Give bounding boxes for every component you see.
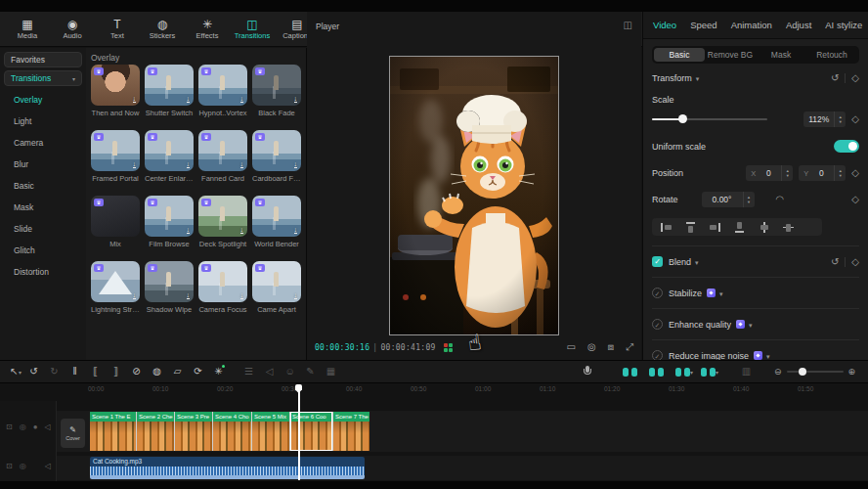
zoom-slider[interactable]	[787, 371, 844, 373]
subtab-mask[interactable]: Mask	[756, 48, 806, 62]
sidebar-item-light[interactable]: Light	[14, 116, 31, 126]
transition-thumbnail[interactable]	[198, 130, 247, 171]
clip-scene-4[interactable]: Scene 4 Cho	[213, 412, 251, 451]
snap-toggle-icon[interactable]	[675, 368, 690, 377]
blend-label[interactable]: Blend	[669, 257, 699, 267]
clip-scene-2[interactable]: Scene 2 Che	[137, 412, 174, 451]
rotate-stepper[interactable]	[743, 192, 755, 207]
track-droplet-icon[interactable]: ◎	[20, 462, 26, 470]
clip-scene-1[interactable]: Scene 1 The E	[90, 412, 136, 451]
position-y-stepper[interactable]	[834, 165, 846, 181]
sidebar-item-camera[interactable]: Camera	[14, 138, 43, 148]
toolbar-item-effects[interactable]: ✳Effects	[186, 19, 229, 40]
transition-thumbnail[interactable]	[145, 261, 194, 302]
clip-scene-5[interactable]: Scene 5 Mix	[252, 412, 289, 451]
keyframe-icon[interactable]: ◇	[851, 73, 859, 83]
cover-button[interactable]: ✎ Cover	[61, 419, 85, 448]
trim-left-icon[interactable]: ⟦	[85, 366, 106, 378]
mask-tool-icon[interactable]: ◍	[147, 366, 167, 378]
tab-speed[interactable]: Speed	[690, 20, 716, 30]
toolbar-item-transitions[interactable]: ◫Transitions	[231, 19, 274, 40]
blend-checkbox[interactable]	[652, 256, 663, 267]
subtab-remove-bg[interactable]: Remove BG	[705, 48, 756, 62]
zoom-in-icon[interactable]: ⊕	[848, 367, 856, 377]
sidebar-item-basic[interactable]: Basic	[14, 181, 34, 191]
transition-thumbnail[interactable]	[91, 261, 140, 302]
scale-slider[interactable]	[652, 118, 767, 120]
rotate-value-box[interactable]: 0.00°	[702, 192, 755, 207]
align-left-icon[interactable]	[660, 221, 673, 234]
align-right-icon[interactable]	[709, 221, 721, 234]
film-tool-icon[interactable]: ▦	[321, 366, 341, 378]
reset-icon[interactable]: ↺	[831, 257, 839, 267]
toolbar-item-audio[interactable]: ◉Audio	[51, 19, 94, 40]
rotate-dial-icon[interactable]: ◠	[776, 195, 785, 204]
track-droplet-icon[interactable]: ◎	[20, 422, 26, 431]
transition-thumbnail[interactable]	[91, 196, 140, 237]
transition-thumbnail[interactable]	[145, 130, 194, 171]
clip-scene-3[interactable]: Scene 3 Pre	[175, 412, 212, 451]
position-x-stepper[interactable]	[781, 165, 793, 181]
track-mute-icon[interactable]: ◁	[45, 462, 51, 470]
stabilize-expand[interactable]	[716, 289, 723, 298]
scale-stepper[interactable]	[834, 111, 846, 127]
align-center-horizontal-icon[interactable]	[758, 221, 770, 234]
transition-thumbnail[interactable]	[252, 261, 301, 302]
playhead[interactable]	[294, 384, 303, 480]
sidebar-item-mask[interactable]: Mask	[14, 202, 33, 212]
tab-video[interactable]: Video	[653, 20, 676, 30]
keyframe-icon[interactable]: ◇	[851, 168, 859, 178]
sidebar-item-overlay[interactable]: Overlay	[14, 95, 42, 105]
sidebar-item-slide[interactable]: Slide	[14, 224, 32, 234]
focus-icon[interactable]: ◎	[587, 341, 596, 353]
levels-icon[interactable]: ☰	[239, 366, 259, 378]
draw-tool-icon[interactable]: ✎	[300, 366, 321, 378]
reduce-noise-expand[interactable]	[762, 351, 770, 361]
fullscreen-icon[interactable]: ⤢	[626, 341, 633, 353]
keyframe-icon[interactable]: ◇	[851, 114, 859, 124]
track-mute-icon[interactable]: ◁	[45, 422, 51, 431]
snap-caret-icon[interactable]: ▾	[690, 369, 693, 376]
transition-thumbnail[interactable]	[145, 65, 194, 106]
sidebar-item-blur[interactable]: Blur	[14, 159, 28, 169]
crop-icon[interactable]: ▱	[167, 366, 188, 378]
transition-thumbnail[interactable]	[91, 130, 140, 171]
transition-thumbnail[interactable]	[252, 196, 301, 237]
transition-thumbnail[interactable]	[198, 196, 247, 237]
tab-ai-stylize[interactable]: AI stylize	[825, 20, 862, 30]
transition-thumbnail[interactable]	[252, 65, 301, 106]
audio-clip[interactable]: Cat Cooking.mp3	[90, 457, 365, 479]
scale-value-box[interactable]: 112%	[803, 111, 846, 127]
tab-adjust[interactable]: Adjust	[786, 20, 811, 30]
track-frame-icon[interactable]: ⊡	[6, 422, 13, 431]
enhance-quality-expand[interactable]	[745, 320, 753, 330]
avatar-tool-icon[interactable]: ☺	[280, 366, 300, 378]
redo-icon[interactable]: ↻	[44, 366, 65, 378]
select-tool-icon[interactable]: ↖	[4, 366, 24, 378]
speaker-icon[interactable]: ◁	[259, 366, 280, 378]
ratio-icon[interactable]: ▭	[566, 341, 575, 353]
track-dot-icon[interactable]: ●	[33, 422, 38, 431]
sidebar-item-glitch[interactable]: Glitch	[14, 245, 35, 255]
mirror-preview-icon[interactable]: ⧈	[608, 341, 614, 353]
subtab-retouch[interactable]: Retouch	[806, 48, 857, 62]
loop-icon[interactable]: ⟳	[188, 366, 208, 378]
track-options-icon[interactable]	[701, 368, 716, 377]
link-toggle-icon[interactable]	[649, 368, 664, 377]
reset-icon[interactable]: ↺	[831, 73, 839, 83]
zoom-out-icon[interactable]: ⊖	[774, 367, 782, 377]
clip-scene-7[interactable]: Scene 7 The	[333, 412, 369, 451]
position-y-box[interactable]: Y 0	[799, 165, 846, 181]
subtab-basic[interactable]: Basic	[654, 48, 705, 62]
toolbar-item-text[interactable]: TText	[96, 19, 139, 40]
sidebar-item-distortion[interactable]: Distortion	[14, 267, 49, 277]
transition-thumbnail[interactable]	[91, 65, 140, 106]
preview-axis-icon[interactable]: ▥	[736, 366, 757, 378]
undo-icon[interactable]: ↺	[23, 366, 44, 378]
keyframe-icon[interactable]: ◇	[851, 257, 859, 267]
align-top-icon[interactable]	[684, 221, 697, 234]
player-layout-icon[interactable]: ◫	[624, 20, 632, 30]
toolbar-item-stickers[interactable]: ◍Stickers	[141, 19, 184, 40]
align-bottom-icon[interactable]	[733, 221, 746, 234]
enhance-quality-checkbox[interactable]	[652, 319, 663, 330]
